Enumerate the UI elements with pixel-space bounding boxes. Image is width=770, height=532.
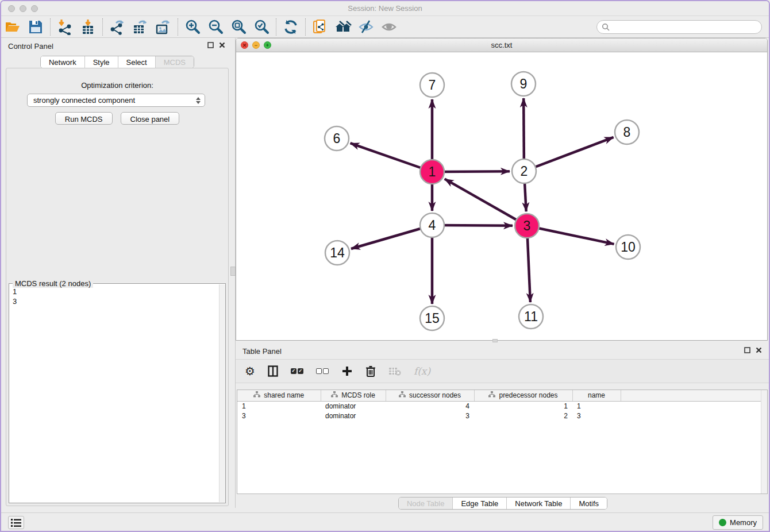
column-header-successor-nodes[interactable]: successor nodes bbox=[386, 390, 474, 401]
column-header-predecessor-nodes[interactable]: predecessor nodes bbox=[474, 390, 572, 401]
graph-node-2[interactable]: 2 bbox=[512, 159, 536, 183]
graph-node-15[interactable]: 15 bbox=[420, 306, 444, 330]
houses-icon bbox=[334, 19, 352, 35]
table-cell[interactable]: 2 bbox=[474, 411, 572, 421]
table-scrollbar[interactable] bbox=[761, 390, 767, 494]
horizontal-split-handle[interactable] bbox=[492, 339, 498, 342]
table-panel-header: Table Panel bbox=[236, 343, 770, 359]
zoom-fit-button[interactable] bbox=[227, 18, 250, 36]
table-cell[interactable]: 1 bbox=[474, 401, 572, 411]
copy-network-button[interactable] bbox=[309, 18, 332, 36]
tab-style[interactable]: Style bbox=[85, 56, 118, 68]
table-cell[interactable]: 1 bbox=[572, 401, 621, 411]
graph-node-8[interactable]: 8 bbox=[615, 120, 639, 144]
titlebar: Session: New Session bbox=[1, 1, 769, 16]
close-panel-icon[interactable] bbox=[219, 42, 225, 48]
column-header-MCDS-role[interactable]: MCDS role bbox=[321, 390, 386, 401]
memory-button[interactable]: Memory bbox=[713, 515, 763, 530]
zoom-selected-icon bbox=[253, 19, 270, 35]
column-header-name[interactable]: name bbox=[572, 390, 621, 401]
export-network-button[interactable] bbox=[106, 18, 129, 36]
column-header-shared-name[interactable]: shared name bbox=[237, 390, 321, 401]
graph-node-6[interactable]: 6 bbox=[325, 126, 349, 151]
network-window-titlebar[interactable]: ✕ − + scc.txt bbox=[236, 38, 767, 52]
table-cell[interactable]: 3 bbox=[237, 411, 321, 421]
graph-node-9[interactable]: 9 bbox=[511, 72, 536, 96]
float-panel-icon[interactable] bbox=[207, 42, 214, 48]
import-network-button[interactable] bbox=[53, 18, 76, 36]
optimization-criterion-label: Optimization criterion: bbox=[6, 81, 228, 90]
columns-icon bbox=[268, 365, 278, 377]
graph-node-10[interactable]: 10 bbox=[616, 235, 640, 259]
export-table-icon bbox=[132, 19, 148, 35]
graph-node-11[interactable]: 11 bbox=[519, 304, 543, 329]
export-table-button[interactable] bbox=[129, 18, 152, 36]
graph-node-7[interactable]: 7 bbox=[420, 73, 444, 97]
table-toolbar: ⚙ ✓✓ f(x) bbox=[236, 359, 770, 383]
unselect-all-columns-button[interactable] bbox=[316, 364, 329, 379]
toolbar-separator bbox=[50, 18, 51, 36]
network-graph[interactable]: 7968124314101511 bbox=[236, 52, 768, 341]
refresh-layout-button[interactable] bbox=[279, 18, 302, 36]
zoom-out-button[interactable] bbox=[204, 18, 227, 36]
export-network-icon bbox=[109, 19, 125, 35]
show-columns-button[interactable] bbox=[268, 364, 278, 379]
mcds-result-list[interactable]: 13 bbox=[9, 285, 219, 502]
tab-node-table[interactable]: Node Table bbox=[399, 498, 453, 509]
node-label: 15 bbox=[425, 311, 440, 326]
table-cell[interactable]: 3 bbox=[386, 411, 474, 421]
delete-column-button[interactable] bbox=[365, 364, 376, 379]
close-panel-button[interactable]: Close panel bbox=[121, 112, 180, 125]
tab-select[interactable]: Select bbox=[118, 56, 156, 68]
table-cell[interactable]: 1 bbox=[237, 401, 321, 411]
first-neighbors-button[interactable] bbox=[332, 18, 355, 36]
edge-3-10[interactable] bbox=[527, 226, 614, 244]
table-settings-button[interactable]: ⚙ bbox=[245, 364, 255, 379]
zoom-in-button[interactable] bbox=[181, 18, 204, 36]
table-cell[interactable]: dominator bbox=[321, 401, 386, 411]
node-label: 2 bbox=[521, 164, 528, 179]
zoom-selected-button[interactable] bbox=[250, 18, 273, 36]
tab-motifs[interactable]: Motifs bbox=[571, 498, 607, 509]
show-all-button[interactable] bbox=[378, 18, 401, 36]
table-row[interactable]: 3dominator323 bbox=[237, 411, 767, 421]
table-cell[interactable]: 3 bbox=[572, 411, 621, 421]
tab-network-table[interactable]: Network Table bbox=[507, 498, 571, 509]
graph-node-3[interactable]: 3 bbox=[515, 214, 539, 238]
vertical-split-handle[interactable] bbox=[230, 267, 236, 276]
export-image-button[interactable] bbox=[152, 18, 175, 36]
criterion-dropdown[interactable]: strongly connected component bbox=[27, 94, 205, 107]
search-input[interactable] bbox=[610, 23, 753, 32]
criterion-value: strongly connected component bbox=[33, 96, 135, 105]
edge-3-1[interactable] bbox=[445, 179, 527, 226]
mcds-result-scrollbar[interactable] bbox=[219, 284, 225, 502]
task-history-button[interactable] bbox=[8, 516, 24, 529]
trash-icon bbox=[365, 365, 376, 377]
mcds-result-line: 3 bbox=[13, 296, 215, 306]
control-panel: Control Panel NetworkStyleSelectMCDS Opt… bbox=[1, 38, 233, 508]
network-canvas[interactable]: 7968124314101511 bbox=[236, 52, 767, 341]
graph-node-14[interactable]: 14 bbox=[325, 241, 349, 265]
edge-1-6[interactable] bbox=[351, 143, 432, 172]
float-panel-icon[interactable] bbox=[744, 347, 750, 353]
save-session-button[interactable] bbox=[24, 18, 47, 36]
table-cell[interactable]: dominator bbox=[321, 411, 386, 421]
create-column-button[interactable] bbox=[341, 364, 353, 379]
tab-mcds[interactable]: MCDS bbox=[156, 56, 194, 68]
import-table-button[interactable] bbox=[76, 18, 99, 36]
window-title: Session: New Session bbox=[1, 4, 769, 13]
tab-network[interactable]: Network bbox=[41, 56, 85, 68]
close-panel-icon[interactable] bbox=[756, 347, 762, 353]
graph-node-4[interactable]: 4 bbox=[420, 213, 444, 237]
select-all-columns-button[interactable]: ✓✓ bbox=[291, 364, 303, 379]
graph-node-1[interactable]: 1 bbox=[420, 160, 444, 184]
open-session-button[interactable] bbox=[1, 18, 24, 36]
table-cell[interactable]: 4 bbox=[386, 401, 474, 411]
main-toolbar bbox=[1, 16, 769, 38]
hide-selected-button[interactable] bbox=[355, 18, 378, 36]
table-row[interactable]: 1dominator411 bbox=[237, 401, 767, 411]
tab-edge-table[interactable]: Edge Table bbox=[453, 498, 507, 509]
run-mcds-button[interactable]: Run MCDS bbox=[55, 112, 113, 125]
edge-2-8[interactable] bbox=[524, 137, 614, 171]
search-field[interactable] bbox=[596, 20, 762, 34]
